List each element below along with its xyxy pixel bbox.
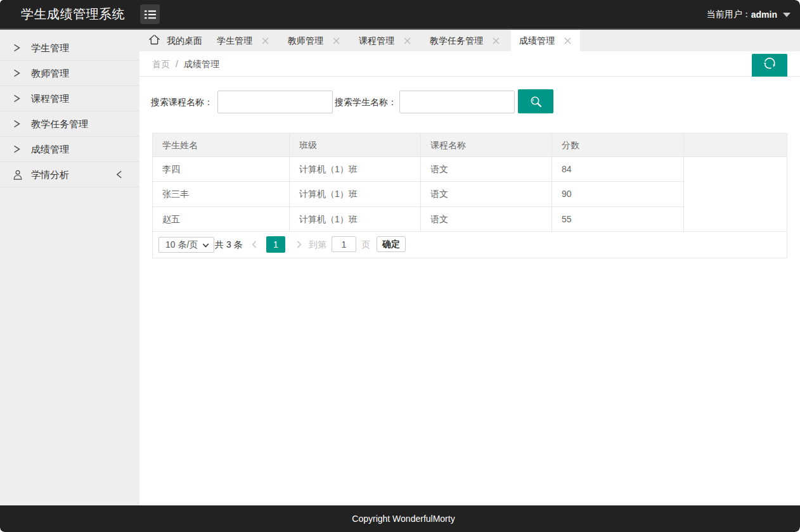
col-header-course: 课程名称	[421, 134, 552, 157]
tab-score-mgmt[interactable]: 成绩管理	[511, 30, 580, 51]
cell-class: 计算机（1）班	[290, 182, 421, 206]
chevron-right-icon	[13, 94, 20, 103]
home-icon	[149, 35, 160, 45]
tab-label: 学生管理	[217, 30, 252, 51]
cell-course: 语文	[421, 157, 552, 182]
close-icon[interactable]	[403, 30, 411, 51]
chevron-left-icon[interactable]	[116, 170, 122, 179]
cell-score: 55	[552, 207, 684, 232]
cell-score: 84	[552, 157, 684, 182]
table-filler-cell	[684, 157, 787, 232]
user-dropdown[interactable]: 当前用户：admin	[707, 0, 790, 28]
tab-label: 课程管理	[359, 30, 394, 51]
app-window: 学生成绩管理系统 当前用户：admin 学生管理	[0, 0, 800, 532]
sidebar-item-course-mgmt[interactable]: 课程管理	[0, 86, 139, 111]
cell-score: 90	[552, 182, 684, 206]
col-header-empty	[684, 134, 787, 157]
close-icon[interactable]	[492, 30, 500, 51]
tab-label: 教师管理	[288, 30, 323, 51]
col-header-class: 班级	[290, 134, 421, 157]
sidebar: 学生管理 教师管理 课程管理 教学任务管理 成绩管理 学情分析	[0, 30, 139, 505]
table-body: 李四 计算机（1）班 语文 84 张三丰 计算机（1）班 语文 90 赵五 计算…	[153, 157, 787, 232]
total-count: 共 3 条	[215, 237, 243, 253]
sidebar-item-label: 成绩管理	[31, 137, 69, 162]
scores-table: 学生姓名 班级 课程名称 分数 李四 计算机（1）班 语文 84 张三丰 计算机…	[152, 133, 787, 258]
sidebar-item-label: 学生管理	[31, 35, 69, 60]
search-button[interactable]	[518, 89, 553, 113]
student-search-input[interactable]	[399, 91, 515, 113]
tab-course-mgmt[interactable]: 课程管理	[349, 30, 420, 51]
pagination: 10 条/页 共 3 条 1 到第 页 确定	[153, 232, 787, 258]
breadcrumb-home-link[interactable]: 首页	[152, 59, 170, 69]
caret-down-icon	[783, 13, 790, 17]
sidebar-item-label: 学情分析	[31, 162, 69, 187]
sidebar-item-analysis[interactable]: 学情分析	[0, 162, 139, 187]
goto-page-input[interactable]	[332, 236, 356, 252]
tab-bar: 我的桌面 学生管理 教师管理 课程管理 教学任务管理 成绩管理	[139, 30, 800, 51]
chevron-right-icon	[13, 120, 20, 128]
close-icon[interactable]	[564, 30, 571, 51]
sidebar-item-label: 教学任务管理	[31, 111, 88, 136]
close-icon[interactable]	[261, 30, 269, 51]
breadcrumb-separator: /	[176, 59, 178, 69]
sidebar-item-student-mgmt[interactable]: 学生管理	[0, 35, 139, 61]
col-header-student-name: 学生姓名	[153, 134, 290, 157]
chevron-right-icon	[13, 44, 20, 52]
page-unit-label: 页	[361, 237, 370, 253]
course-search-label: 搜索课程名称：	[151, 91, 213, 113]
prev-page-button[interactable]	[250, 235, 259, 254]
cell-student-name: 张三丰	[153, 182, 290, 206]
sidebar-item-score-mgmt[interactable]: 成绩管理	[0, 137, 139, 162]
goto-page-label: 到第	[309, 237, 326, 253]
topbar: 学生成绩管理系统 当前用户：admin	[0, 0, 800, 30]
col-header-score: 分数	[552, 134, 684, 157]
confirm-button[interactable]: 确定	[377, 236, 406, 252]
page-size-select[interactable]: 10 条/页	[158, 237, 214, 253]
cell-class: 计算机（1）班	[290, 207, 421, 232]
cell-student-name: 赵五	[153, 207, 290, 232]
tab-desktop[interactable]: 我的桌面	[139, 30, 207, 51]
next-page-button[interactable]	[295, 235, 304, 254]
search-icon	[530, 96, 542, 108]
page-size-value: 10 条/页	[165, 239, 198, 250]
course-search-input[interactable]	[217, 91, 333, 113]
tab-task-mgmt[interactable]: 教学任务管理	[420, 30, 511, 51]
breadcrumb-current: 成绩管理	[184, 59, 219, 69]
sidebar-item-teacher-mgmt[interactable]: 教师管理	[0, 61, 139, 86]
chevron-right-icon	[13, 145, 20, 153]
student-search-label: 搜索学生名称：	[335, 91, 397, 113]
cell-class: 计算机（1）班	[290, 157, 421, 182]
refresh-button[interactable]	[752, 54, 787, 77]
table-header-row: 学生姓名 班级 课程名称 分数	[153, 134, 787, 157]
refresh-icon	[763, 56, 777, 75]
close-icon[interactable]	[332, 30, 340, 51]
cell-course: 语文	[421, 182, 552, 206]
cell-student-name: 李四	[153, 157, 290, 182]
user-icon	[13, 170, 22, 180]
sidebar-item-label: 教师管理	[31, 61, 69, 86]
user-label: 当前用户：	[707, 9, 751, 20]
tab-label: 成绩管理	[519, 30, 555, 51]
copyright-text: Copyright WonderfulMorty	[352, 514, 455, 524]
app-title: 学生成绩管理系统	[21, 0, 125, 28]
tab-label: 教学任务管理	[430, 30, 483, 51]
sidebar-menu: 学生管理 教师管理 课程管理 教学任务管理 成绩管理 学情分析	[0, 30, 139, 187]
breadcrumb: 首页/成绩管理	[152, 51, 219, 77]
chevron-right-icon	[13, 69, 20, 77]
tab-label: 我的桌面	[167, 30, 202, 51]
page-number-button[interactable]: 1	[266, 236, 285, 253]
tab-teacher-mgmt[interactable]: 教师管理	[278, 30, 349, 51]
sidebar-toggle-button[interactable]	[140, 4, 160, 24]
list-menu-icon	[145, 10, 156, 19]
chevron-down-icon	[202, 243, 209, 248]
user-name: admin	[751, 10, 777, 20]
sidebar-item-label: 课程管理	[31, 86, 69, 111]
breadcrumb-row: 首页/成绩管理	[139, 51, 800, 77]
tab-student-mgmt[interactable]: 学生管理	[207, 30, 278, 51]
footer: Copyright WonderfulMorty	[0, 505, 800, 532]
sidebar-item-task-mgmt[interactable]: 教学任务管理	[0, 111, 139, 137]
cell-course: 语文	[421, 207, 552, 232]
